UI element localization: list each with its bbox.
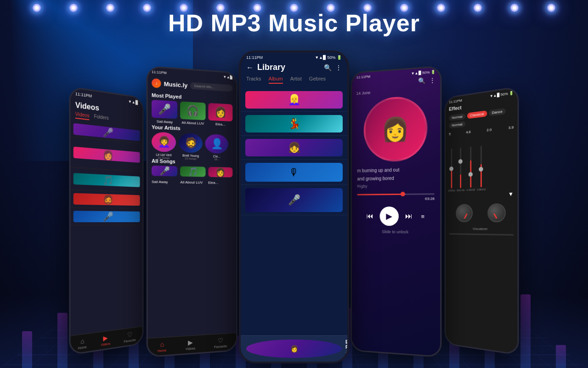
eq-sliders: 100Hz 910 Hz 1.4KHZ xyxy=(446,132,517,192)
phone-musicly-screen: 11:11PM ▼▲▉ ♪ Music.ly Search Mu... Most… xyxy=(148,67,236,356)
avatar: 👩 xyxy=(246,339,342,358)
artist-card[interactable]: 👤 Cle... 18... xyxy=(205,134,228,154)
tab-album[interactable]: Album xyxy=(269,76,283,84)
time-elapsed: 03:28 xyxy=(425,196,435,201)
phone-videos-screen: 11:11PM ▼▲▉ Videos Videos Folders 🎤 Vide… xyxy=(71,88,142,354)
list-item[interactable]: 🎤 Ghost stories 129 songs ⋮ xyxy=(241,185,347,215)
list-item[interactable]: 🎤 Boom Clap. 04:05 xyxy=(71,208,142,225)
phones-container: 11:11PM ▼▲▉ Videos Videos Folders 🎤 Vide… xyxy=(0,51,588,368)
artists-row: 👩‍🦱 Lil Uzi Vert 21 Songs 🧔 Brett Young … xyxy=(148,132,236,158)
slider-track[interactable] xyxy=(470,147,471,188)
album-cover: 🎙 xyxy=(245,163,343,182)
list-item[interactable]: 🎵 All About LU 15:05 xyxy=(71,167,142,193)
phone-musicly: 11:11PM ▼▲▉ ♪ Music.ly Search Mu... Most… xyxy=(147,66,237,358)
slider-knob[interactable] xyxy=(458,159,463,164)
nav-videos-label: Vidoes xyxy=(186,347,195,351)
next-button[interactable]: ⏭ xyxy=(405,212,413,220)
knob-indicator xyxy=(464,213,467,219)
video-icon: ▶ xyxy=(188,339,193,346)
person-icon: 👩 xyxy=(381,115,409,143)
artist-avatar: 🧔 xyxy=(179,133,203,153)
nav-home[interactable]: ⌂ Home xyxy=(158,340,166,353)
song-title-2: All About LUV xyxy=(180,180,205,185)
progress-bar[interactable] xyxy=(357,193,434,195)
progress-handle[interactable] xyxy=(401,192,405,196)
slider-track[interactable] xyxy=(460,148,462,188)
eq-slider-1: 100Hz xyxy=(448,148,455,192)
album-cover: 👱‍♀️ xyxy=(245,91,343,109)
home-icon: ⌂ xyxy=(160,340,164,348)
album-card[interactable]: 🎤 Sail Away xyxy=(152,100,177,119)
artist-avatar: 👩‍🦱 xyxy=(152,132,176,152)
tab-gebres[interactable]: Gebres xyxy=(309,76,326,84)
artist-card[interactable]: 🧔 Brett Young 23 Songs xyxy=(179,133,203,153)
slider-knob[interactable] xyxy=(449,167,453,171)
list-item[interactable]: 👱‍♀️ Popular 189 songs ⋮ xyxy=(241,88,347,112)
preset-dance[interactable]: Dance xyxy=(489,108,506,116)
search-icon[interactable]: 🔍 xyxy=(418,77,425,85)
list-item[interactable]: 🧔 Better Man. 03:02 xyxy=(71,190,142,209)
list-item[interactable]: 🎙 Knowledge bomb 135 songs ⋮ xyxy=(241,160,347,185)
album-card[interactable]: 👩 Elea... xyxy=(208,103,232,121)
search-input[interactable]: Search Mu... xyxy=(190,82,232,92)
person-icon: 👧 xyxy=(288,142,300,154)
more-options-icon[interactable]: ⋮ xyxy=(335,64,342,71)
preset-normal[interactable]: Normal xyxy=(449,113,465,121)
list-item[interactable]: 👧 Jizz 205 songs ⋮ xyxy=(241,136,347,160)
back-button[interactable]: ← xyxy=(246,63,254,72)
album-card[interactable]: 🎧 All About LUV xyxy=(180,101,205,120)
time: 11:11PM xyxy=(356,75,371,80)
song-thumbnail[interactable]: 👩 xyxy=(208,167,232,178)
slider-knob[interactable] xyxy=(469,172,473,177)
song-thumbnail[interactable]: 🎤 xyxy=(152,166,177,176)
library-tabs: Tracks Album Artist Gebres xyxy=(241,76,347,88)
tab-artist[interactable]: Artist xyxy=(290,76,302,84)
artist-avatar: 👤 xyxy=(205,134,228,154)
person-icon: 👤 xyxy=(211,138,223,150)
eq-slider-3: 1.4KHZ xyxy=(466,146,475,191)
phone-player: 11:11PM ▼▲▉ 50% 🔋 🔍 ⋮ 14 June 👩 m burnin… xyxy=(351,66,441,358)
mini-player-info: Eleanor Rigby Janis Joplin xyxy=(345,339,349,358)
app-title: Music.ly xyxy=(164,80,188,88)
eq-slider-2: 910 Hz xyxy=(457,147,464,192)
preset-classical[interactable]: Classical xyxy=(467,110,487,119)
song-title-3: Elea... xyxy=(208,181,232,185)
person-icon: 👩 xyxy=(215,167,225,177)
battery-icon: ▼▲▉ xyxy=(223,75,232,80)
album-thumbnail: 🎧 xyxy=(180,101,205,120)
phone-eq-screen: 11:11PM ▼▲▉ 50% 🔋 Effect Normal Classica… xyxy=(446,88,517,354)
tab-folders[interactable]: Folders xyxy=(94,114,108,122)
treble-knob[interactable] xyxy=(487,203,506,222)
album-thumbnail: 🎤 xyxy=(152,100,177,119)
preset-normal2[interactable]: Normal xyxy=(449,121,465,129)
artist-card[interactable]: 👩‍🦱 Lil Uzi Vert 21 Songs xyxy=(152,132,176,152)
nav-videos[interactable]: ▶ Vidoes xyxy=(186,339,195,351)
tab-videos[interactable]: Videos xyxy=(75,111,90,120)
play-button[interactable]: ▶ xyxy=(380,207,399,226)
person-icon: 🎤 xyxy=(102,211,113,222)
slider-track[interactable] xyxy=(481,146,482,187)
song-thumbnail[interactable]: 🎵 xyxy=(180,166,205,177)
video-thumbnail: 🎤 xyxy=(74,211,140,222)
heart-icon: ♡ xyxy=(218,337,224,345)
bottom-nav: ⌂ Home ▶ Vidoes ♡ Favourite xyxy=(148,333,236,356)
album-cover: 💃 xyxy=(245,115,343,132)
chevron-down-icon[interactable]: ▼ xyxy=(508,191,514,198)
nav-home-label: Home xyxy=(158,349,166,352)
nav-videos[interactable]: ▶ Videos xyxy=(101,334,110,346)
battery-icon: ▼▲▉ 50% 🔋 xyxy=(490,91,514,98)
search-icon[interactable]: 🔍 xyxy=(324,64,332,71)
list-item[interactable]: 💃 Dance 382 songs ⋮ xyxy=(241,112,347,136)
video-icon: ▶ xyxy=(103,334,108,342)
queue-icon[interactable]: ≡ xyxy=(421,213,424,220)
nav-home[interactable]: ⌂ Home xyxy=(78,337,87,350)
slider-knob[interactable] xyxy=(479,167,484,172)
tab-tracks[interactable]: Tracks xyxy=(246,76,261,84)
previous-button[interactable]: ⏮ xyxy=(367,212,373,220)
slider-track[interactable] xyxy=(451,148,452,188)
ghost-icon: 🎤 xyxy=(288,194,300,206)
nav-favourite[interactable]: ♡ Favourite xyxy=(124,330,136,343)
nav-favourite[interactable]: ♡ Favourite xyxy=(214,336,227,349)
more-options-icon[interactable]: ⋮ xyxy=(430,76,435,84)
bass-knob[interactable] xyxy=(456,204,473,222)
